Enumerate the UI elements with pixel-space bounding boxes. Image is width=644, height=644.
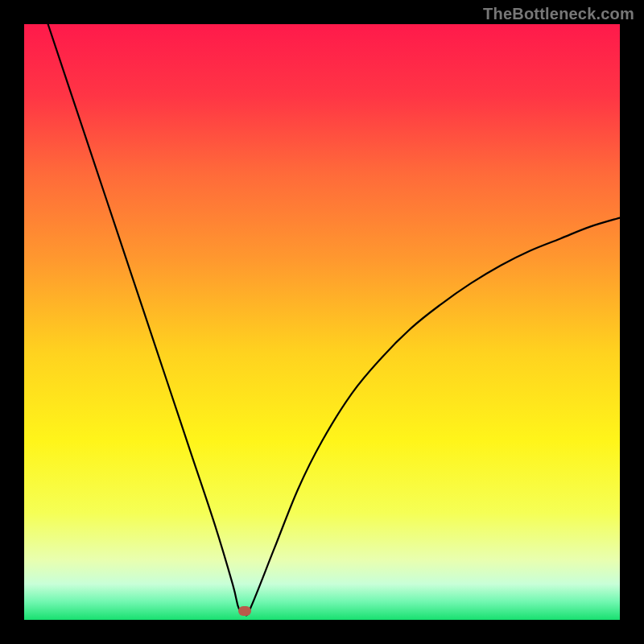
chart-frame: TheBottleneck.com	[0, 0, 644, 644]
watermark-text: TheBottleneck.com	[483, 5, 634, 23]
plot-area	[24, 24, 620, 620]
minimum-marker	[238, 606, 251, 616]
bottleneck-curve	[24, 24, 620, 620]
